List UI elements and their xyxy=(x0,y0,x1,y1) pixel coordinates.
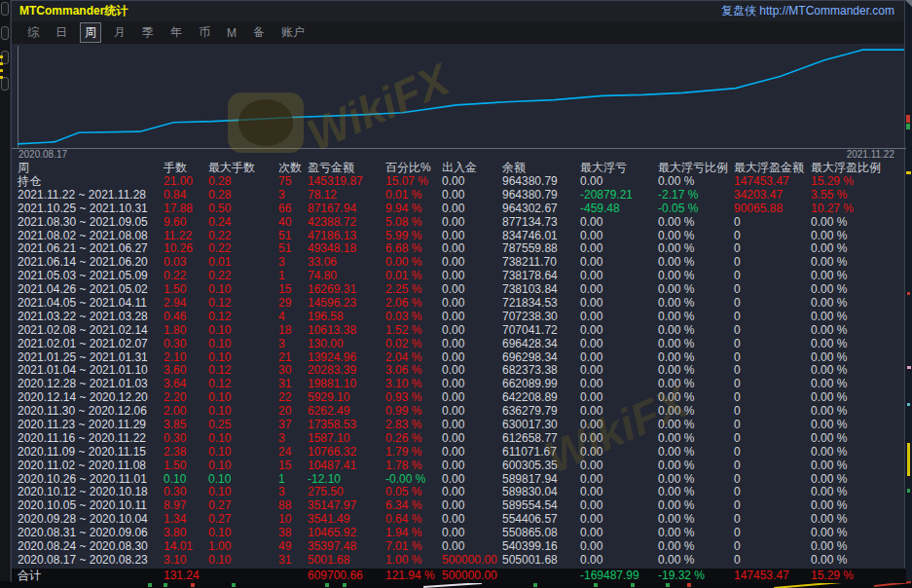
menu-bar: 综日周月季年币M备账户 xyxy=(12,21,904,44)
table-row[interactable]: 2021.01.25 ~ 2021.01.312.100.102113924.9… xyxy=(12,351,906,365)
menu-item-8[interactable]: M xyxy=(223,25,240,41)
cell: 0 xyxy=(734,527,811,540)
cell: 49348.18 xyxy=(308,242,385,256)
column-header: 最大手数 xyxy=(208,160,278,175)
cell: 0.00 % xyxy=(658,364,734,378)
menu-item-9[interactable]: 备 xyxy=(249,23,269,42)
table-row[interactable]: 持仓21.000.2875145319.8715.07 %0.00964380.… xyxy=(12,175,906,189)
cell: 0.00 xyxy=(442,175,502,189)
cell: 2020.12.14 ~ 2020.12.20 xyxy=(18,391,164,405)
cell: 0 xyxy=(734,230,811,243)
cell: 0.00 xyxy=(442,270,502,283)
table-row[interactable]: 2020.11.23 ~ 2020.11.293.850.253717358.5… xyxy=(12,419,906,432)
cell: 609700.66 xyxy=(308,569,385,583)
table-row[interactable]: 2020.10.26 ~ 2020.11.010.100.101-12.10-0… xyxy=(12,473,906,487)
cell: 0.10 xyxy=(208,446,278,459)
cell: 0.28 xyxy=(208,189,278,202)
table-row[interactable]: 2021.08.02 ~ 2021.08.0811.220.225147186.… xyxy=(12,230,906,243)
table-row[interactable]: 2021.06.14 ~ 2021.06.200.030.01333.060.0… xyxy=(12,256,906,270)
cell: 78.12 xyxy=(308,189,385,202)
cell: 0.00 xyxy=(442,473,502,487)
table-row[interactable]: 2020.10.05 ~ 2020.10.118.970.278835147.9… xyxy=(12,499,906,513)
cell: 7.01 % xyxy=(385,540,442,554)
cell: 2020.10.12 ~ 2020.10.18 xyxy=(18,486,164,499)
cell: 29 xyxy=(278,297,308,311)
table-row[interactable]: 2021.06.21 ~ 2021.06.2710.260.225149348.… xyxy=(12,242,906,256)
brand-link[interactable]: 复盘侠 http://MTCommander.com xyxy=(721,3,894,19)
cell: 540399.16 xyxy=(502,540,580,554)
cell: 2021.05.03 ~ 2021.05.09 xyxy=(18,270,164,283)
menu-item-6[interactable]: 年 xyxy=(166,23,186,42)
cell: -12.10 xyxy=(308,473,385,487)
cell: 0.25 xyxy=(208,419,278,432)
table-row[interactable]: 2020.12.28 ~ 2021.01.033.640.123119881.1… xyxy=(12,378,906,391)
menu-item-10[interactable]: 账户 xyxy=(277,23,309,42)
cell: 0.10 xyxy=(164,473,208,487)
table-row[interactable]: 2020.08.31 ~ 2020.09.063.800.103810465.9… xyxy=(12,527,906,540)
cell: -20879.21 xyxy=(580,189,658,202)
menu-item-4[interactable]: 月 xyxy=(110,23,129,42)
cell: 6262.49 xyxy=(308,405,385,419)
menu-item-7[interactable]: 币 xyxy=(195,23,214,42)
menu-item-1[interactable]: 综 xyxy=(23,23,43,42)
menu-item-5[interactable]: 季 xyxy=(138,23,158,42)
cell: 0 xyxy=(734,297,811,311)
menu-item-3[interactable]: 周 xyxy=(80,22,101,43)
background-candle xyxy=(232,583,236,587)
cell: 3 xyxy=(278,256,308,270)
table-row[interactable]: 2021.08.30 ~ 2021.09.059.600.244042388.7… xyxy=(12,216,906,230)
cell: 2020.11.30 ~ 2020.12.06 xyxy=(18,405,164,419)
table-row[interactable]: 2021.02.08 ~ 2021.02.141.800.101810613.3… xyxy=(12,324,906,338)
table-row[interactable]: 2021.05.03 ~ 2021.05.090.220.22174.800.0… xyxy=(12,270,906,283)
cell: 738103.84 xyxy=(502,283,580,297)
cell: 0.03 xyxy=(164,256,208,270)
cell: 1 xyxy=(278,473,308,487)
table-row[interactable]: 2020.11.02 ~ 2020.11.081.500.101510487.4… xyxy=(12,459,906,473)
cell: 2.04 % xyxy=(385,351,442,365)
table-row[interactable]: 2021.03.22 ~ 2021.03.280.460.124196.580.… xyxy=(12,311,906,324)
cell: 15.29 % xyxy=(811,569,906,583)
cell: 0 xyxy=(734,499,811,513)
menu-item-2[interactable]: 日 xyxy=(52,23,71,42)
background-chart-tick xyxy=(0,55,3,58)
table-row[interactable]: 2020.11.16 ~ 2020.11.220.300.1031587.100… xyxy=(12,432,906,446)
cell: 0.00 % xyxy=(811,459,906,473)
cell: 2021.04.26 ~ 2021.05.02 xyxy=(18,283,164,297)
background-toolbar-button xyxy=(1,26,9,40)
cell: 0.01 % xyxy=(385,270,442,283)
cell: 707238.30 xyxy=(502,311,580,324)
table-row[interactable]: 2020.11.30 ~ 2020.12.062.000.10206262.49… xyxy=(12,405,906,419)
cell: 0.10 xyxy=(208,554,278,568)
cell: 707041.72 xyxy=(502,324,580,338)
table-row[interactable]: 2021.10.25 ~ 2021.10.3117.880.506687167.… xyxy=(12,202,906,216)
table-row[interactable]: 2020.08.17 ~ 2020.08.233.100.10315001.68… xyxy=(12,554,906,568)
table-row[interactable]: 2021.01.04 ~ 2021.01.103.600.123020283.3… xyxy=(12,364,906,378)
cell: 0.00 xyxy=(580,432,658,446)
table-row[interactable]: 2020.08.24 ~ 2020.08.3014.011.004935397.… xyxy=(12,540,906,554)
cell: 121.94 % xyxy=(385,569,442,583)
cell: 35397.48 xyxy=(308,540,385,554)
cell: 0 xyxy=(734,270,811,283)
cell: 0.00 % xyxy=(811,256,906,270)
cell: 35147.97 xyxy=(308,499,385,513)
table-row[interactable]: 2020.12.14 ~ 2020.12.202.200.10225929.10… xyxy=(12,391,906,405)
table-row[interactable]: 2021.04.05 ~ 2021.04.112.940.122914596.2… xyxy=(12,297,906,311)
cell: 0 xyxy=(734,405,811,419)
cell: -0.05 % xyxy=(658,202,734,216)
cell: 0.22 xyxy=(208,230,278,243)
table-row[interactable]: 2021.11.22 ~ 2021.11.280.840.28378.120.0… xyxy=(12,189,906,202)
table-row[interactable]: 2020.09.28 ~ 2020.10.041.340.27103541.49… xyxy=(12,513,906,527)
cell: 0.00 xyxy=(580,283,658,297)
table-row[interactable]: 2020.11.09 ~ 2020.11.152.380.102410766.3… xyxy=(12,446,906,459)
cell: 0.00 % xyxy=(811,446,906,459)
table-row[interactable]: 2021.04.26 ~ 2021.05.021.500.101516269.3… xyxy=(12,283,906,297)
cell: 0.27 xyxy=(208,499,278,513)
table-row[interactable]: 2020.10.12 ~ 2020.10.180.300.103275.500.… xyxy=(12,486,906,499)
cell: 0.00 xyxy=(442,459,502,473)
cell: 2021.02.08 ~ 2021.02.14 xyxy=(18,324,164,338)
cell: 22 xyxy=(278,391,308,405)
cell: 0.00 % xyxy=(811,513,906,527)
cell: 6.68 % xyxy=(385,242,442,256)
table-row[interactable]: 2021.02.01 ~ 2021.02.070.300.103130.000.… xyxy=(12,338,906,351)
title-bar[interactable]: MTCommander统计 复盘侠 http://MTCommander.com xyxy=(12,1,904,21)
